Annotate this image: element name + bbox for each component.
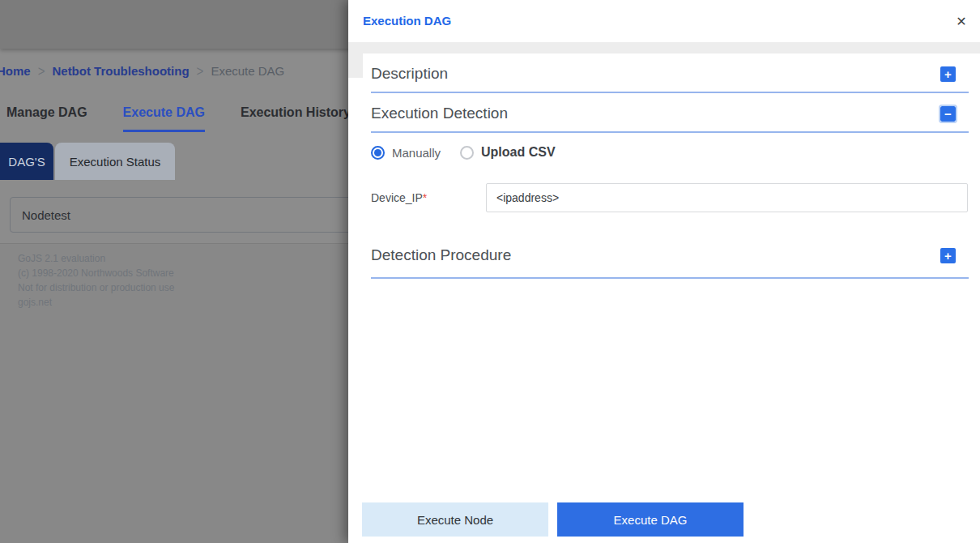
radio-label-manually[interactable]: Manually bbox=[392, 146, 441, 160]
card-left-gutter bbox=[348, 42, 363, 78]
gojs-watermark: GoJS 2.1 evaluation (c) 1998-2020 Northw… bbox=[18, 251, 174, 310]
subtab-dags[interactable]: DAG'S bbox=[0, 143, 53, 180]
execution-dag-drawer: Execution DAG ✕ Description + Execution … bbox=[348, 0, 980, 543]
watermark-line: Not for distribution or production use bbox=[18, 280, 174, 295]
tab-execution-history[interactable]: Execution History bbox=[241, 105, 351, 132]
device-ip-field-row: Device_IP* bbox=[371, 183, 968, 212]
execute-node-button[interactable]: Execute Node bbox=[362, 502, 548, 537]
dag-select-input[interactable]: Nodetest bbox=[10, 197, 382, 233]
device-ip-input[interactable] bbox=[486, 183, 968, 212]
tab-manage-dag[interactable]: Manage DAG bbox=[6, 105, 87, 132]
drawer-header: Execution DAG ✕ bbox=[348, 0, 980, 42]
radio-unselected-icon[interactable] bbox=[460, 146, 474, 160]
section-detection-procedure-title: Detection Procedure bbox=[371, 246, 511, 264]
device-ip-label: Device_IP* bbox=[371, 191, 486, 204]
section-divider bbox=[371, 131, 969, 133]
input-mode-radio-group: Manually Upload CSV bbox=[371, 141, 575, 164]
breadcrumb-netbot-troubleshooting[interactable]: Netbot Troubleshooting bbox=[52, 64, 189, 78]
drawer-footer: Execute Node Execute DAG bbox=[362, 502, 744, 537]
close-icon[interactable]: ✕ bbox=[951, 11, 972, 32]
header-divider-band bbox=[348, 42, 980, 53]
radio-label-upload-csv[interactable]: Upload CSV bbox=[481, 145, 556, 160]
watermark-line: GoJS 2.1 evaluation bbox=[18, 251, 174, 266]
sub-tabs: DAG'S Execution Status bbox=[0, 143, 175, 180]
required-asterisk: * bbox=[423, 191, 427, 204]
breadcrumb-home[interactable]: Home bbox=[0, 64, 31, 78]
breadcrumb-separator-icon: > bbox=[38, 62, 45, 79]
breadcrumb-separator-icon: > bbox=[197, 62, 204, 79]
breadcrumb-current-execute-dag: Execute DAG bbox=[211, 64, 284, 78]
expand-icon[interactable]: + bbox=[940, 248, 956, 263]
radio-option-upload-csv[interactable]: Upload CSV bbox=[460, 145, 556, 160]
section-detection-procedure: Detection Procedure + bbox=[371, 237, 969, 274]
section-execution-detection: Execution Detection − bbox=[371, 95, 969, 132]
section-execution-detection-title: Execution Detection bbox=[371, 105, 508, 122]
radio-option-manually[interactable]: Manually bbox=[371, 146, 441, 160]
subtab-execution-status[interactable]: Execution Status bbox=[55, 143, 175, 180]
dag-select-value: Nodetest bbox=[22, 208, 70, 222]
expand-icon[interactable]: + bbox=[940, 66, 956, 82]
collapse-icon[interactable]: − bbox=[940, 106, 956, 122]
radio-dot bbox=[374, 149, 381, 156]
section-description-title: Description bbox=[371, 65, 448, 83]
drawer-title: Execution DAG bbox=[363, 14, 451, 28]
execute-dag-button[interactable]: Execute DAG bbox=[557, 502, 744, 537]
section-description: Description + bbox=[371, 55, 969, 92]
tab-execute-dag[interactable]: Execute DAG bbox=[123, 105, 205, 132]
watermark-line: (c) 1998-2020 Northwoods Software bbox=[18, 266, 174, 280]
device-ip-label-text: Device_IP bbox=[371, 191, 423, 204]
watermark-line: gojs.net bbox=[18, 295, 174, 310]
section-divider bbox=[371, 277, 969, 279]
breadcrumb: Home > Netbot Troubleshooting > Execute … bbox=[0, 64, 284, 78]
section-divider bbox=[371, 92, 969, 93]
radio-selected-icon[interactable] bbox=[371, 146, 385, 160]
main-tabs: Manage DAG Execute DAG Execution History bbox=[6, 105, 351, 132]
